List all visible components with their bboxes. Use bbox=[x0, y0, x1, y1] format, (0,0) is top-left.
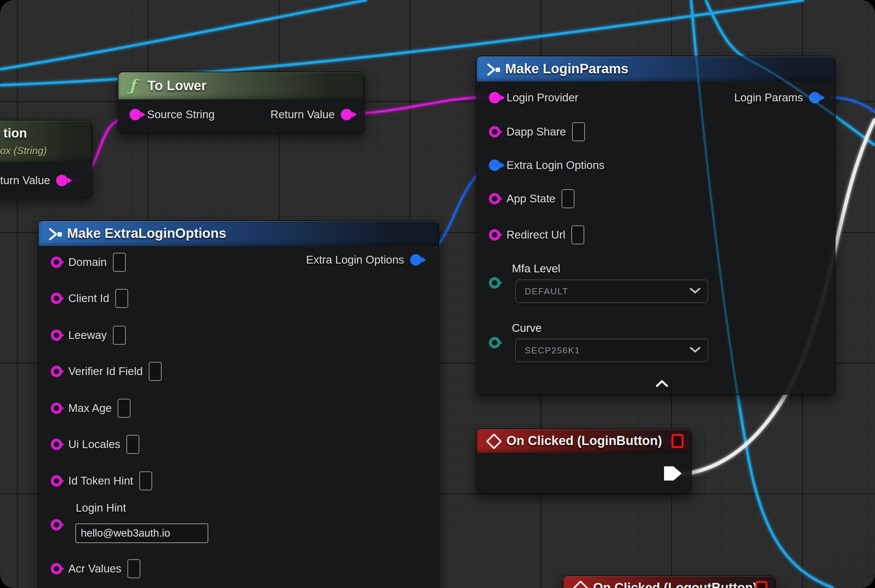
string-input-pin[interactable] bbox=[51, 563, 62, 574]
app-state-value-box[interactable] bbox=[562, 189, 574, 208]
pin-label-login-provider: Login Provider bbox=[507, 91, 579, 104]
pin-label-ui-locales: Ui Locales bbox=[68, 438, 120, 451]
pin-label-source-string: Source String bbox=[147, 108, 215, 121]
string-input-pin[interactable] bbox=[51, 519, 62, 531]
pin-label-extra-login-options-out: Extra Login Options bbox=[306, 254, 404, 266]
string-input-pin[interactable] bbox=[129, 109, 141, 120]
pin-label-acr-values: Acr Values bbox=[68, 562, 121, 575]
pin-label-login-params: Login Params bbox=[734, 91, 803, 104]
string-input-pin[interactable] bbox=[489, 229, 501, 241]
blueprint-graph-canvas[interactable]: tion ox (String) eturn Value ƒ To Lower … bbox=[0, 0, 875, 588]
pin-label-max-age: Max Age bbox=[68, 402, 111, 415]
string-input-pin[interactable] bbox=[51, 439, 62, 450]
pin-label-return-value: Return Value bbox=[271, 108, 335, 121]
pin-label-app-state: App State bbox=[507, 192, 555, 205]
redirect-url-value-box[interactable] bbox=[571, 225, 584, 244]
pin-label-leeway: Leeway bbox=[68, 329, 107, 342]
node-subtitle: ox (String) bbox=[0, 145, 47, 156]
node-title: Make ExtraLoginOptions bbox=[67, 226, 226, 241]
make-struct-icon bbox=[486, 62, 501, 77]
curve-dropdown[interactable]: SECP256K1 bbox=[515, 339, 708, 362]
string-input-pin[interactable] bbox=[51, 402, 62, 414]
make-struct-icon bbox=[47, 227, 63, 242]
node-on-clicked-loginbutton[interactable]: On Clicked (LoginButton) bbox=[476, 429, 692, 494]
function-icon: ƒ bbox=[129, 76, 136, 94]
node-on-clicked-logoutbutton[interactable]: On Clicked (LogoutButton) bbox=[562, 576, 776, 588]
mfa-level-dropdown[interactable]: DEFAULT bbox=[515, 279, 708, 303]
struct-output-pin[interactable] bbox=[809, 92, 821, 104]
pin-label-redirect-url: Redirect Url bbox=[507, 228, 565, 241]
wire-magenta-tolower-to-loginprovider[interactable] bbox=[343, 97, 490, 114]
mfa-level-label: Mfa Level bbox=[512, 262, 560, 275]
client-id-value-box[interactable] bbox=[115, 289, 128, 308]
curve-value: SECP256K1 bbox=[525, 345, 580, 356]
node-make-extraloginoptions[interactable]: Make ExtraLoginOptions Extra Login Optio… bbox=[38, 220, 439, 588]
node-title: Make LoginParams bbox=[505, 61, 628, 76]
string-output-pin[interactable] bbox=[56, 175, 68, 186]
string-input-pin[interactable] bbox=[51, 256, 62, 268]
chevron-down-icon bbox=[689, 287, 701, 294]
ui-locales-value-box[interactable] bbox=[126, 435, 139, 454]
enum-input-pin[interactable] bbox=[489, 277, 501, 289]
string-input-pin[interactable] bbox=[51, 475, 62, 487]
leeway-value-box[interactable] bbox=[113, 326, 126, 345]
pin-label-return-value: eturn Value bbox=[0, 174, 50, 187]
enum-input-pin[interactable] bbox=[489, 337, 501, 348]
string-input-pin[interactable] bbox=[51, 292, 62, 304]
string-input-pin[interactable] bbox=[489, 126, 501, 138]
pin-label-client-id: Client Id bbox=[68, 292, 109, 305]
struct-output-pin[interactable] bbox=[410, 254, 422, 266]
mfa-level-value: DEFAULT bbox=[525, 286, 568, 297]
node-to-lower[interactable]: ƒ To Lower Source String Return Value bbox=[118, 72, 365, 133]
pin-label-login-hint: Login Hint bbox=[76, 501, 126, 514]
string-input-pin[interactable] bbox=[51, 330, 62, 341]
string-input-pin[interactable] bbox=[489, 193, 501, 204]
node-title: On Clicked (LogoutButton) bbox=[593, 580, 757, 588]
pin-label-domain: Domain bbox=[68, 256, 107, 268]
wire-cyan-topleft-1[interactable] bbox=[0, 0, 367, 69]
string-input-pin[interactable] bbox=[489, 92, 501, 104]
chevron-down-icon bbox=[689, 346, 701, 353]
collapse-node-chevron-icon[interactable] bbox=[655, 380, 669, 388]
wire-blue-loginparams-out[interactable] bbox=[829, 97, 875, 112]
id-token-hint-value-box[interactable] bbox=[139, 471, 152, 490]
delegate-output-pin[interactable] bbox=[672, 434, 684, 448]
node-title: To Lower bbox=[147, 78, 207, 93]
node-title: tion bbox=[3, 126, 27, 141]
pin-label-dapp-share: Dapp Share bbox=[507, 125, 566, 138]
login-hint-input[interactable]: hello@web3auth.io bbox=[75, 524, 208, 543]
acr-values-value-box[interactable] bbox=[128, 559, 140, 578]
node-title: On Clicked (LoginButton) bbox=[507, 434, 662, 448]
struct-input-pin[interactable] bbox=[489, 159, 501, 171]
string-output-pin[interactable] bbox=[341, 109, 352, 120]
login-hint-value: hello@web3auth.io bbox=[81, 527, 170, 539]
blueprint-editor: tion ox (String) eturn Value ƒ To Lower … bbox=[0, 0, 875, 588]
dapp-share-value-box[interactable] bbox=[572, 122, 585, 141]
domain-value-box[interactable] bbox=[113, 253, 126, 272]
pin-label-extra-login-options: Extra Login Options bbox=[507, 159, 604, 172]
pin-label-verifier-id-field: Verifier Id Field bbox=[68, 365, 143, 378]
string-input-pin[interactable] bbox=[51, 366, 62, 377]
max-age-value-box[interactable] bbox=[118, 399, 131, 418]
node-text-widget-partial[interactable]: tion ox (String) eturn Value bbox=[0, 120, 92, 198]
node-make-loginparams[interactable]: Make LoginParams Login Provider Login Pa… bbox=[476, 56, 836, 395]
exec-output-pin[interactable] bbox=[663, 466, 683, 481]
curve-label: Curve bbox=[512, 322, 542, 334]
pin-label-id-token-hint: Id Token Hint bbox=[68, 474, 133, 487]
verifier-id-field-value-box[interactable] bbox=[149, 362, 162, 381]
delegate-output-pin[interactable] bbox=[755, 581, 767, 588]
